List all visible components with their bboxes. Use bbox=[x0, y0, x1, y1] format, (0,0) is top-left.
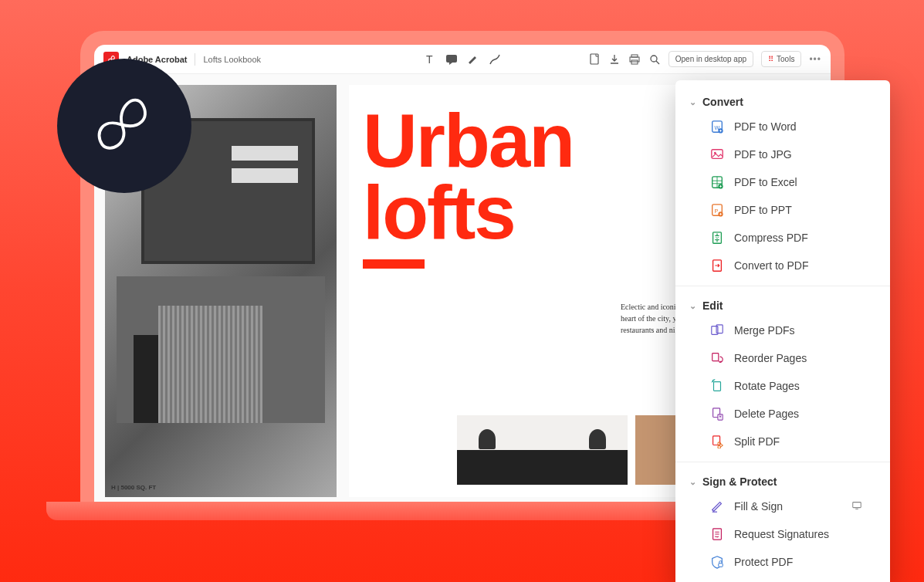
tool-label: Reorder Pages bbox=[734, 352, 807, 364]
page-tool-icon[interactable] bbox=[588, 53, 601, 66]
thumbnail-image bbox=[457, 415, 628, 485]
svg-rect-1 bbox=[446, 55, 457, 63]
svg-point-26 bbox=[718, 442, 721, 445]
section-header-convert[interactable]: ⌄ Convert bbox=[675, 91, 890, 113]
tool-split-pdf[interactable]: Split PDF bbox=[675, 428, 890, 455]
ppt-doc-icon: P bbox=[709, 202, 725, 218]
print-icon[interactable] bbox=[628, 53, 641, 66]
svg-rect-30 bbox=[719, 563, 723, 567]
convert-pdf-icon bbox=[709, 258, 725, 273]
acrobat-loop-icon bbox=[87, 89, 161, 163]
image-caption: H | 5000 SQ. FT bbox=[111, 484, 156, 491]
section-header-edit[interactable]: ⌄ Edit bbox=[675, 295, 890, 316]
svg-text:T: T bbox=[426, 53, 433, 66]
tool-protect-pdf[interactable]: Protect PDF bbox=[675, 548, 890, 576]
tool-rotate-pages[interactable]: Rotate Pages bbox=[675, 372, 890, 400]
tool-request-signatures[interactable]: Request Signatures bbox=[675, 520, 890, 548]
tool-pdf-to-word[interactable]: W PDF to Word bbox=[675, 113, 890, 140]
highlight-tool-icon[interactable] bbox=[467, 53, 479, 66]
chevron-down-icon: ⌄ bbox=[689, 97, 696, 107]
tool-label: PDF to Excel bbox=[734, 176, 797, 188]
tool-compress-pdf[interactable]: Compress PDF bbox=[675, 224, 890, 252]
text-tool-icon[interactable]: T bbox=[424, 53, 436, 66]
fill-sign-icon bbox=[709, 499, 725, 514]
tools-button-label: Tools bbox=[777, 55, 794, 63]
svg-rect-2 bbox=[591, 54, 598, 64]
section-title: Convert bbox=[702, 96, 743, 108]
tool-pdf-to-excel[interactable]: PDF to Excel bbox=[675, 168, 890, 196]
section-title: Sign & Protect bbox=[702, 475, 777, 488]
tool-label: Delete Pages bbox=[734, 408, 799, 420]
tools-button[interactable]: ⠿ Tools bbox=[761, 51, 801, 67]
divider bbox=[195, 53, 195, 66]
draw-tool-icon[interactable] bbox=[489, 53, 501, 66]
svg-rect-28 bbox=[853, 502, 861, 507]
protect-icon bbox=[709, 554, 725, 570]
download-icon[interactable] bbox=[608, 53, 621, 66]
search-icon[interactable] bbox=[648, 53, 661, 66]
rotate-icon bbox=[709, 378, 725, 394]
tool-label: Split PDF bbox=[734, 435, 780, 448]
tool-fill-and-sign[interactable]: Fill & Sign bbox=[675, 492, 890, 520]
section-header-sign[interactable]: ⌄ Sign & Protect bbox=[675, 471, 890, 492]
reorder-icon bbox=[709, 350, 725, 366]
svg-rect-10 bbox=[712, 150, 723, 159]
tool-label: Request Signatures bbox=[734, 528, 829, 540]
top-toolbar: Adobe Acrobat Lofts Lookbook T Open in d… bbox=[94, 45, 831, 74]
request-sign-icon bbox=[709, 526, 725, 542]
jpg-image-icon bbox=[709, 147, 725, 162]
tool-label: PDF to PPT bbox=[734, 204, 792, 216]
tool-pdf-to-jpg[interactable]: PDF to JPG bbox=[675, 140, 890, 168]
svg-text:P: P bbox=[714, 208, 718, 215]
acrobat-badge bbox=[57, 59, 191, 193]
delete-page-icon bbox=[709, 406, 725, 421]
tool-label: Merge PDFs bbox=[734, 324, 795, 337]
tool-label: Convert to PDF bbox=[734, 259, 808, 272]
tool-label: Rotate Pages bbox=[734, 380, 800, 392]
tool-label: PDF to Word bbox=[734, 120, 797, 133]
tool-delete-pages[interactable]: Delete Pages bbox=[675, 400, 890, 428]
tools-grid-icon: ⠿ bbox=[768, 55, 773, 63]
compress-icon bbox=[709, 230, 725, 245]
tool-pdf-to-ppt[interactable]: P PDF to PPT bbox=[675, 196, 890, 224]
merge-icon bbox=[709, 323, 725, 338]
svg-rect-22 bbox=[714, 382, 721, 391]
svg-point-6 bbox=[651, 56, 657, 62]
comment-tool-icon[interactable] bbox=[445, 53, 458, 66]
tool-label: Protect PDF bbox=[734, 556, 793, 568]
chevron-down-icon: ⌄ bbox=[689, 477, 696, 487]
split-icon bbox=[709, 434, 725, 449]
svg-rect-25 bbox=[713, 436, 720, 445]
tool-label: PDF to JPG bbox=[734, 148, 792, 161]
monitor-icon bbox=[851, 500, 862, 513]
open-desktop-button[interactable]: Open in desktop app bbox=[668, 51, 753, 67]
svg-point-27 bbox=[718, 445, 721, 448]
excel-doc-icon bbox=[709, 174, 725, 190]
tool-merge-pdfs[interactable]: Merge PDFs bbox=[675, 316, 890, 344]
more-menu-icon[interactable]: ••• bbox=[809, 54, 821, 65]
section-title: Edit bbox=[702, 299, 723, 312]
tool-label: Compress PDF bbox=[734, 232, 808, 244]
chevron-down-icon: ⌄ bbox=[689, 301, 696, 311]
tool-label: Fill & Sign bbox=[734, 500, 783, 513]
heading-underline bbox=[363, 259, 425, 269]
word-doc-icon: W bbox=[709, 119, 725, 134]
tool-convert-to-pdf[interactable]: Convert to PDF bbox=[675, 252, 890, 279]
svg-rect-21 bbox=[712, 354, 719, 361]
document-title: Lofts Lookbook bbox=[203, 55, 261, 64]
annotation-tools: T bbox=[424, 53, 501, 66]
tool-reorder-pages[interactable]: Reorder Pages bbox=[675, 344, 890, 372]
tools-panel: ⌄ Convert W PDF to Word PDF to JPG PDF t… bbox=[675, 80, 890, 582]
topbar-right: Open in desktop app ⠿ Tools ••• bbox=[588, 51, 821, 67]
